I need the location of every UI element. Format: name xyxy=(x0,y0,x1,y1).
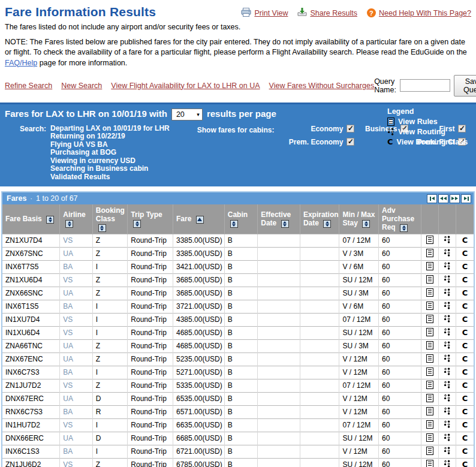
view-routing-icon[interactable] xyxy=(444,315,451,323)
airline-link[interactable]: BA xyxy=(63,447,73,456)
view-booking-class-icon[interactable]: C xyxy=(462,355,468,363)
airline-link[interactable]: UA xyxy=(63,342,73,350)
view-rules-icon[interactable] xyxy=(426,262,433,270)
effective-date-column-header[interactable]: Effective Date xyxy=(258,204,300,234)
airline-link[interactable]: VS xyxy=(63,315,73,324)
view-booking-class-icon[interactable]: C xyxy=(462,263,468,270)
view-rules-icon[interactable] xyxy=(426,394,433,402)
view-booking-class-icon[interactable]: C xyxy=(462,315,468,323)
faq-help-link[interactable]: FAQ/Help xyxy=(5,59,37,67)
view-rules-icon[interactable] xyxy=(426,288,433,297)
view-booking-class-icon[interactable]: C xyxy=(462,381,468,389)
view-routing-icon[interactable] xyxy=(444,407,451,415)
airline-link[interactable]: VS xyxy=(63,276,73,284)
airline-link[interactable]: VS xyxy=(63,421,73,429)
view-booking-class-icon[interactable]: C xyxy=(462,289,468,297)
view-booking-class-icon[interactable]: C xyxy=(462,368,468,376)
view-rules-icon[interactable] xyxy=(426,354,433,363)
booking-class-column-header[interactable]: Booking Class xyxy=(92,204,128,234)
view-rules-icon[interactable] xyxy=(426,460,433,467)
view-routing-icon[interactable] xyxy=(444,381,451,388)
view-routing-icon-legend[interactable] xyxy=(387,128,394,135)
view-routing-icon[interactable] xyxy=(444,262,451,270)
sort-ascending-icon[interactable] xyxy=(196,216,204,224)
sort-both-icon[interactable] xyxy=(281,220,289,228)
airline-link[interactable]: VS xyxy=(63,236,73,245)
view-booking-class-icon[interactable]: C xyxy=(462,342,468,350)
view-booking-class-icon[interactable]: C xyxy=(462,447,468,455)
view-rules-icon-legend[interactable] xyxy=(387,117,394,126)
airline-column-header[interactable]: Airline xyxy=(60,204,92,234)
view-routing-icon[interactable] xyxy=(444,420,451,428)
view-routing-icon[interactable] xyxy=(444,394,451,402)
airline-link[interactable]: BA xyxy=(63,368,73,376)
view-booking-class-icon-legend[interactable]: C xyxy=(387,138,393,146)
trip-type-column-header[interactable]: Trip Type xyxy=(128,204,173,234)
view-booking-class-icon[interactable]: C xyxy=(462,394,468,402)
sort-both-icon[interactable] xyxy=(323,220,331,228)
view-routing-icon[interactable] xyxy=(444,328,451,336)
last-page-button[interactable] xyxy=(461,194,471,203)
view-rules-icon[interactable] xyxy=(426,407,433,415)
view-booking-class-icon[interactable]: C xyxy=(462,421,468,429)
sort-both-icon[interactable] xyxy=(46,216,54,224)
sort-both-icon[interactable] xyxy=(400,224,408,232)
view-rules-icon[interactable] xyxy=(426,420,433,429)
sort-both-icon[interactable] xyxy=(362,220,370,228)
print-view-link[interactable]: Print View xyxy=(254,9,288,17)
view-rules-icon[interactable] xyxy=(426,315,433,323)
view-routing-icon[interactable] xyxy=(444,460,451,467)
sort-both-icon[interactable] xyxy=(65,220,73,228)
share-results-link[interactable]: Share Results xyxy=(310,9,357,17)
cabin-column-header[interactable]: Cabin xyxy=(224,204,257,234)
airline-link[interactable]: UA xyxy=(63,289,73,297)
airline-link[interactable]: VS xyxy=(63,329,73,337)
view-routing-icon[interactable] xyxy=(444,447,451,454)
view-rules-icon[interactable] xyxy=(426,236,433,244)
view-rules-icon[interactable] xyxy=(426,249,433,257)
view-booking-class-icon[interactable]: C xyxy=(462,249,468,257)
view-routing-icon[interactable] xyxy=(444,302,451,309)
query-name-input[interactable] xyxy=(400,79,450,92)
view-booking-class-icon[interactable]: C xyxy=(462,329,468,336)
sort-both-icon[interactable] xyxy=(230,220,238,228)
expiration-date-column-header[interactable]: Expiration Date xyxy=(300,204,339,234)
min-max-stay-column-header[interactable]: Min / Max Stay xyxy=(339,204,379,234)
airline-link[interactable]: VS xyxy=(63,381,73,390)
fare-column-header[interactable]: Fare xyxy=(173,204,225,234)
view-routing-icon[interactable] xyxy=(444,236,451,243)
results-per-page-select[interactable]: 20▾ xyxy=(171,109,203,120)
need-help-link[interactable]: Need Help With This Page? xyxy=(379,9,471,17)
save-query-button[interactable]: Save Query xyxy=(454,75,476,97)
view-rules-icon[interactable] xyxy=(426,367,433,376)
airline-link[interactable]: UA xyxy=(63,434,73,442)
first-page-button[interactable] xyxy=(427,194,437,203)
view-fares-without-surcharges-link[interactable]: View Fares Without Surcharges xyxy=(269,82,375,90)
view-booking-class-icon[interactable]: C xyxy=(462,408,468,415)
airline-link[interactable]: BA xyxy=(63,302,73,311)
prem-economy-checkbox[interactable]: ✓ xyxy=(347,138,354,146)
airline-link[interactable]: UA xyxy=(63,355,73,363)
view-routing-icon[interactable] xyxy=(444,249,451,257)
view-rules-icon[interactable] xyxy=(426,275,433,284)
sort-both-icon[interactable] xyxy=(133,220,141,228)
next-page-button[interactable] xyxy=(450,194,460,203)
airline-link[interactable]: UA xyxy=(63,394,73,403)
view-routing-icon[interactable] xyxy=(444,275,451,283)
airline-link[interactable]: UA xyxy=(63,249,73,258)
view-booking-class-icon[interactable]: C xyxy=(462,434,468,442)
view-booking-class-icon[interactable]: C xyxy=(462,236,468,244)
fare-basis-column-header[interactable]: Fare Basis xyxy=(2,204,60,234)
view-rules-icon[interactable] xyxy=(426,433,433,442)
view-booking-class-icon[interactable]: C xyxy=(462,302,468,310)
view-routing-icon[interactable] xyxy=(444,367,451,375)
view-rules-icon[interactable] xyxy=(426,302,433,310)
airline-link[interactable]: BA xyxy=(63,263,73,271)
view-rules-icon[interactable] xyxy=(426,447,433,455)
view-flight-availability-for-lax-to-lhr-on-ua-link[interactable]: View Flight Availability for LAX to LHR … xyxy=(111,82,260,90)
airline-link[interactable]: VS xyxy=(63,460,73,467)
new-search-link[interactable]: New Search xyxy=(61,82,102,90)
view-rules-icon[interactable] xyxy=(426,341,433,350)
view-routing-icon[interactable] xyxy=(444,354,451,362)
adv-purchase-req-column-header[interactable]: Adv Purchase Req xyxy=(379,204,421,234)
